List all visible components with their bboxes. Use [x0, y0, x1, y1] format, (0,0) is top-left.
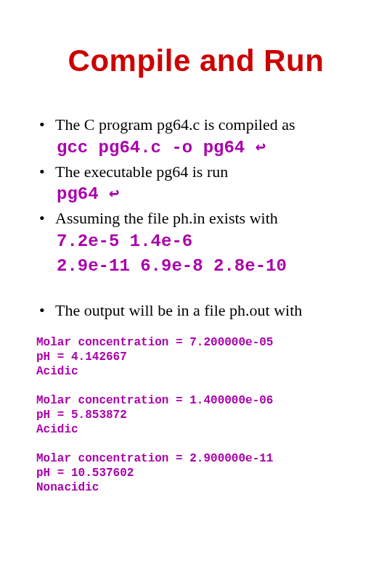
output-block-3: Molar concentration = 2.900000e-11 pH = … [29, 451, 363, 495]
bullet-output: The output will be in a file ph.out with [36, 300, 363, 321]
code-run-command: pg64 ↩ [29, 184, 363, 205]
main-bullet-list: The C program pg64.c is compiled as [29, 115, 363, 136]
bullet-input: Assuming the file ph.in exists with [36, 208, 363, 229]
main-bullet-list: The output will be in a file ph.out with [29, 300, 363, 321]
main-bullet-list: Assuming the file ph.in exists with [29, 208, 363, 229]
code-input-line-1: 7.2e-5 1.4e-6 [29, 231, 363, 253]
main-bullet-list: The executable pg64 is run [29, 162, 363, 183]
output-block-1: Molar concentration = 7.200000e-05 pH = … [29, 335, 363, 379]
code-input-line-2: 2.9e-11 6.9e-8 2.8e-10 [29, 255, 363, 277]
output-block-2: Molar concentration = 1.400000e-06 pH = … [29, 393, 363, 437]
bullet-compile: The C program pg64.c is compiled as [36, 115, 363, 136]
slide-title: Compile and Run [29, 44, 363, 78]
bullet-run: The executable pg64 is run [36, 162, 363, 183]
code-compile-command: gcc pg64.c -o pg64 ↩ [29, 137, 363, 159]
